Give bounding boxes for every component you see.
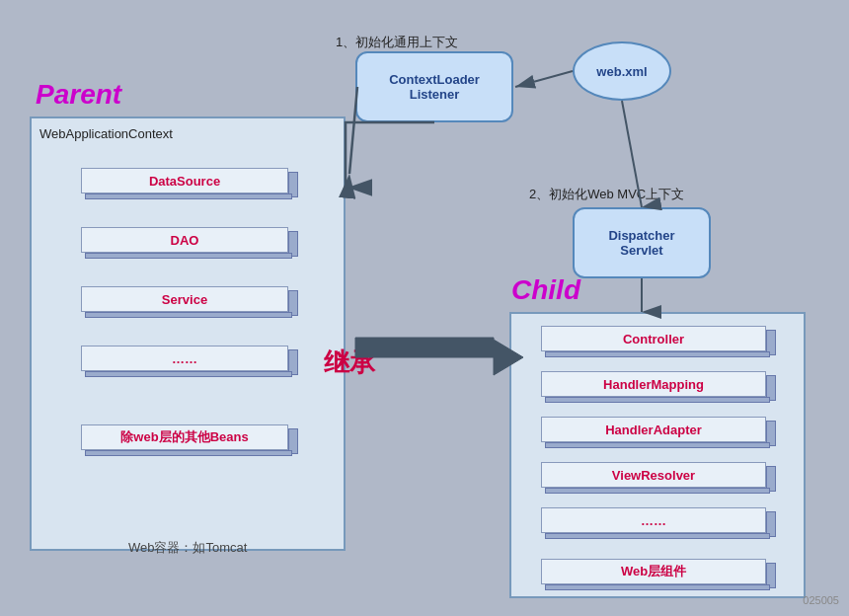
dots-bar: …… — [81, 346, 298, 377]
web-component-label: Web层组件 — [621, 563, 686, 580]
view-resolver-label: ViewResolver — [612, 468, 695, 483]
context-loader-box: ContextLoaderListener — [355, 51, 513, 122]
dao-bar: DAO — [81, 227, 298, 259]
parent-context-label: WebApplicationContext — [39, 126, 173, 141]
svg-marker-7 — [355, 338, 523, 375]
handler-adapter-bar: HandlerAdapter — [541, 417, 778, 448]
datasource-bar: DataSource — [81, 168, 298, 199]
context-loader-text: ContextLoaderListener — [389, 72, 480, 102]
svg-line-3 — [515, 71, 573, 87]
dots-label: …… — [172, 351, 197, 366]
webxml-text: web.xml — [596, 64, 647, 79]
handler-mapping-label: HandlerMapping — [603, 377, 704, 392]
service-bar: Service — [81, 286, 298, 318]
watermark: 025005 — [803, 594, 839, 606]
other-beans-label: 除web层的其他Beans — [120, 428, 248, 446]
other-beans-bar: 除web层的其他Beans — [81, 424, 298, 456]
step1-label: 1、初始化通用上下文 — [336, 34, 458, 51]
child-container: Controller HandlerMapping HandlerAdapter… — [509, 312, 806, 598]
child-dots-label: …… — [641, 513, 666, 528]
controller-label: Controller — [623, 332, 684, 346]
service-label: Service — [162, 292, 207, 307]
dispatcher-text: DispatcherServlet — [608, 228, 674, 258]
dispatcher-box: DispatcherServlet — [573, 207, 711, 278]
parent-label: Parent — [36, 79, 121, 111]
controller-bar: Controller — [541, 326, 778, 357]
dao-label: DAO — [171, 233, 199, 248]
child-dots-bar: …… — [541, 507, 778, 539]
step2-label: 2、初始化Web MVC上下文 — [529, 186, 684, 203]
child-label: Child — [511, 274, 580, 306]
view-resolver-bar: ViewResolver — [541, 462, 778, 494]
web-container-label: Web容器：如Tomcat — [128, 539, 247, 557]
datasource-label: DataSource — [149, 174, 220, 189]
handler-mapping-bar: HandlerMapping — [541, 371, 778, 403]
webxml-oval: web.xml — [573, 41, 671, 101]
jicheng-label: 继承 — [324, 346, 375, 380]
web-component-bar: Web层组件 — [541, 559, 778, 590]
handler-adapter-label: HandlerAdapter — [605, 423, 702, 437]
parent-container: WebApplicationContext DataSource DAO Ser… — [30, 116, 346, 551]
